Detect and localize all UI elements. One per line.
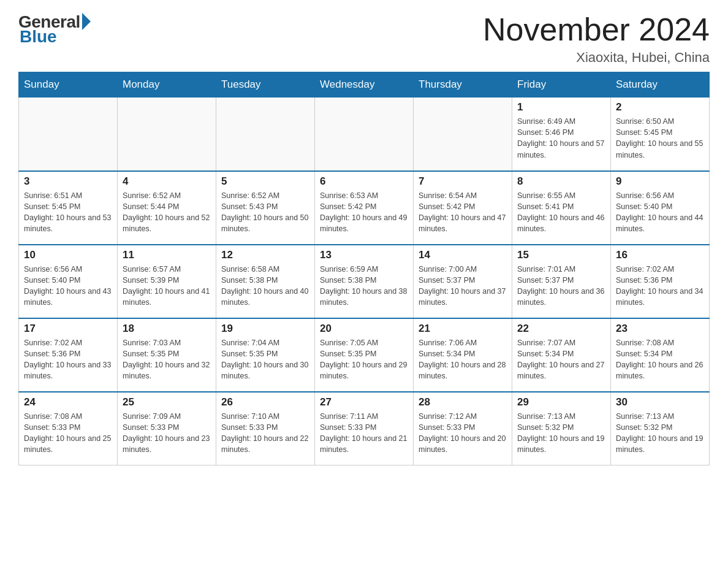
day-number: 25	[123, 396, 211, 408]
day-number: 1	[517, 101, 605, 113]
day-info: Sunrise: 7:02 AM Sunset: 5:36 PM Dayligh…	[616, 264, 704, 308]
calendar-cell: 27Sunrise: 7:11 AM Sunset: 5:33 PM Dayli…	[315, 392, 414, 465]
day-number: 20	[320, 323, 408, 335]
title-block: November 2024 Xiaoxita, Hubei, China	[483, 12, 710, 66]
calendar-header-friday: Friday	[512, 72, 611, 98]
calendar-cell: 19Sunrise: 7:04 AM Sunset: 5:35 PM Dayli…	[216, 318, 315, 392]
calendar-cell: 5Sunrise: 6:52 AM Sunset: 5:43 PM Daylig…	[216, 171, 315, 245]
calendar-header-monday: Monday	[118, 72, 216, 98]
day-number: 27	[320, 396, 408, 408]
day-info: Sunrise: 6:59 AM Sunset: 5:38 PM Dayligh…	[320, 264, 408, 308]
day-info: Sunrise: 7:13 AM Sunset: 5:32 PM Dayligh…	[517, 411, 605, 456]
day-info: Sunrise: 7:11 AM Sunset: 5:33 PM Dayligh…	[320, 411, 408, 456]
calendar-header-row: SundayMondayTuesdayWednesdayThursdayFrid…	[19, 72, 710, 98]
day-number: 3	[24, 175, 112, 188]
calendar-table: SundayMondayTuesdayWednesdayThursdayFrid…	[18, 72, 710, 465]
day-info: Sunrise: 7:06 AM Sunset: 5:34 PM Dayligh…	[419, 337, 507, 382]
calendar-cell: 28Sunrise: 7:12 AM Sunset: 5:33 PM Dayli…	[414, 392, 512, 465]
calendar-cell: 17Sunrise: 7:02 AM Sunset: 5:36 PM Dayli…	[19, 318, 118, 392]
day-info: Sunrise: 7:05 AM Sunset: 5:35 PM Dayligh…	[320, 337, 408, 382]
calendar-cell	[118, 98, 216, 171]
day-info: Sunrise: 7:09 AM Sunset: 5:33 PM Dayligh…	[123, 411, 211, 456]
day-info: Sunrise: 7:10 AM Sunset: 5:33 PM Dayligh…	[221, 411, 309, 456]
day-number: 10	[24, 249, 112, 261]
calendar-cell: 7Sunrise: 6:54 AM Sunset: 5:42 PM Daylig…	[414, 171, 512, 245]
day-number: 30	[616, 396, 704, 408]
calendar-cell: 10Sunrise: 6:56 AM Sunset: 5:40 PM Dayli…	[19, 245, 118, 318]
calendar-cell: 30Sunrise: 7:13 AM Sunset: 5:32 PM Dayli…	[611, 392, 710, 465]
day-info: Sunrise: 6:50 AM Sunset: 5:45 PM Dayligh…	[616, 116, 704, 161]
day-info: Sunrise: 6:52 AM Sunset: 5:44 PM Dayligh…	[123, 190, 211, 235]
day-number: 24	[24, 396, 112, 408]
day-info: Sunrise: 6:58 AM Sunset: 5:38 PM Dayligh…	[221, 264, 309, 308]
logo: General Blue	[18, 12, 91, 47]
calendar-week-row: 1Sunrise: 6:49 AM Sunset: 5:46 PM Daylig…	[19, 98, 710, 171]
calendar-cell: 11Sunrise: 6:57 AM Sunset: 5:39 PM Dayli…	[118, 245, 216, 318]
calendar-cell: 29Sunrise: 7:13 AM Sunset: 5:32 PM Dayli…	[512, 392, 611, 465]
calendar-cell: 1Sunrise: 6:49 AM Sunset: 5:46 PM Daylig…	[512, 98, 611, 171]
day-info: Sunrise: 6:56 AM Sunset: 5:40 PM Dayligh…	[24, 264, 112, 308]
calendar-cell: 8Sunrise: 6:55 AM Sunset: 5:41 PM Daylig…	[512, 171, 611, 245]
day-info: Sunrise: 6:52 AM Sunset: 5:43 PM Dayligh…	[221, 190, 309, 235]
logo-blue-text: Blue	[20, 27, 57, 47]
day-info: Sunrise: 6:57 AM Sunset: 5:39 PM Dayligh…	[123, 264, 211, 308]
page-header: General Blue November 2024 Xiaoxita, Hub…	[18, 12, 710, 66]
day-number: 6	[320, 175, 408, 188]
calendar-header-thursday: Thursday	[414, 72, 512, 98]
day-info: Sunrise: 7:12 AM Sunset: 5:33 PM Dayligh…	[419, 411, 507, 456]
day-number: 21	[419, 323, 507, 335]
calendar-week-row: 10Sunrise: 6:56 AM Sunset: 5:40 PM Dayli…	[19, 245, 710, 318]
day-number: 11	[123, 249, 211, 261]
day-info: Sunrise: 7:13 AM Sunset: 5:32 PM Dayligh…	[616, 411, 704, 456]
day-number: 23	[616, 323, 704, 335]
day-number: 7	[419, 175, 507, 188]
day-info: Sunrise: 7:04 AM Sunset: 5:35 PM Dayligh…	[221, 337, 309, 382]
day-number: 2	[616, 101, 704, 113]
location-text: Xiaoxita, Hubei, China	[483, 50, 710, 66]
day-info: Sunrise: 7:03 AM Sunset: 5:35 PM Dayligh…	[123, 337, 211, 382]
calendar-cell	[19, 98, 118, 171]
day-number: 12	[221, 249, 309, 261]
day-number: 15	[517, 249, 605, 261]
calendar-cell: 21Sunrise: 7:06 AM Sunset: 5:34 PM Dayli…	[414, 318, 512, 392]
month-title: November 2024	[483, 12, 710, 47]
day-number: 22	[517, 323, 605, 335]
day-number: 8	[517, 175, 605, 188]
calendar-cell: 15Sunrise: 7:01 AM Sunset: 5:37 PM Dayli…	[512, 245, 611, 318]
calendar-cell: 16Sunrise: 7:02 AM Sunset: 5:36 PM Dayli…	[611, 245, 710, 318]
day-info: Sunrise: 6:55 AM Sunset: 5:41 PM Dayligh…	[517, 190, 605, 235]
day-info: Sunrise: 7:08 AM Sunset: 5:34 PM Dayligh…	[616, 337, 704, 382]
day-info: Sunrise: 6:56 AM Sunset: 5:40 PM Dayligh…	[616, 190, 704, 235]
day-number: 13	[320, 249, 408, 261]
day-info: Sunrise: 6:49 AM Sunset: 5:46 PM Dayligh…	[517, 116, 605, 161]
calendar-cell: 23Sunrise: 7:08 AM Sunset: 5:34 PM Dayli…	[611, 318, 710, 392]
logo-triangle-icon	[82, 13, 91, 30]
calendar-cell	[414, 98, 512, 171]
day-number: 9	[616, 175, 704, 188]
calendar-cell: 9Sunrise: 6:56 AM Sunset: 5:40 PM Daylig…	[611, 171, 710, 245]
calendar-cell: 13Sunrise: 6:59 AM Sunset: 5:38 PM Dayli…	[315, 245, 414, 318]
calendar-cell: 12Sunrise: 6:58 AM Sunset: 5:38 PM Dayli…	[216, 245, 315, 318]
day-info: Sunrise: 7:02 AM Sunset: 5:36 PM Dayligh…	[24, 337, 112, 382]
calendar-cell: 6Sunrise: 6:53 AM Sunset: 5:42 PM Daylig…	[315, 171, 414, 245]
day-number: 4	[123, 175, 211, 188]
calendar-cell: 4Sunrise: 6:52 AM Sunset: 5:44 PM Daylig…	[118, 171, 216, 245]
calendar-cell	[216, 98, 315, 171]
day-number: 29	[517, 396, 605, 408]
calendar-cell: 24Sunrise: 7:08 AM Sunset: 5:33 PM Dayli…	[19, 392, 118, 465]
calendar-header-saturday: Saturday	[611, 72, 710, 98]
day-number: 17	[24, 323, 112, 335]
calendar-cell: 14Sunrise: 7:00 AM Sunset: 5:37 PM Dayli…	[414, 245, 512, 318]
calendar-week-row: 3Sunrise: 6:51 AM Sunset: 5:45 PM Daylig…	[19, 171, 710, 245]
day-info: Sunrise: 7:08 AM Sunset: 5:33 PM Dayligh…	[24, 411, 112, 456]
day-number: 26	[221, 396, 309, 408]
day-number: 28	[419, 396, 507, 408]
day-info: Sunrise: 6:51 AM Sunset: 5:45 PM Dayligh…	[24, 190, 112, 235]
day-info: Sunrise: 7:07 AM Sunset: 5:34 PM Dayligh…	[517, 337, 605, 382]
calendar-cell: 2Sunrise: 6:50 AM Sunset: 5:45 PM Daylig…	[611, 98, 710, 171]
calendar-header-wednesday: Wednesday	[315, 72, 414, 98]
day-info: Sunrise: 7:00 AM Sunset: 5:37 PM Dayligh…	[419, 264, 507, 308]
calendar-cell: 25Sunrise: 7:09 AM Sunset: 5:33 PM Dayli…	[118, 392, 216, 465]
day-number: 14	[419, 249, 507, 261]
calendar-cell: 3Sunrise: 6:51 AM Sunset: 5:45 PM Daylig…	[19, 171, 118, 245]
